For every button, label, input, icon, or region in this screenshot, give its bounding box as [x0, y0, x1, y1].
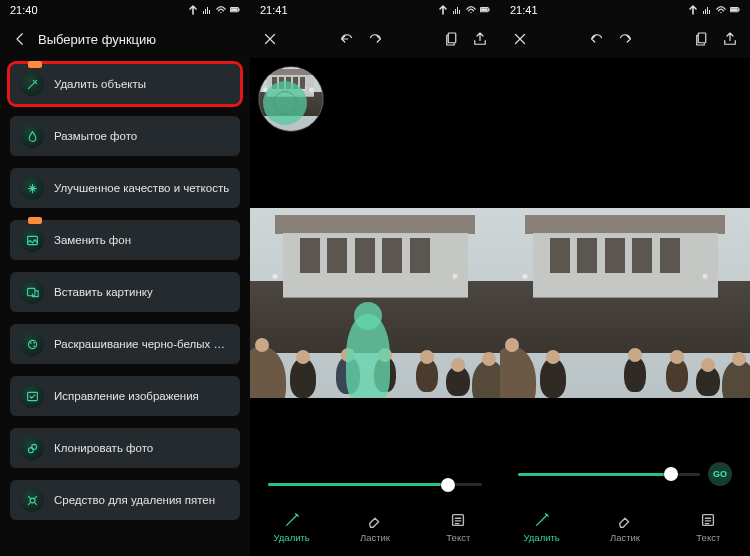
status-system-icons [438, 5, 490, 15]
list-item-fix-image[interactable]: Исправление изображения [10, 376, 240, 416]
status-bar: 21:41 [500, 0, 750, 20]
list-item-clone[interactable]: Клонировать фото [10, 428, 240, 468]
svg-rect-15 [489, 9, 490, 11]
list-item-colorize[interactable]: Раскрашивание черно-белых фотограф [10, 324, 240, 364]
back-icon[interactable] [10, 29, 30, 49]
list-item-blur[interactable]: Размытое фото [10, 116, 240, 156]
tool-label: Удалить [524, 532, 560, 543]
close-icon[interactable] [260, 29, 280, 49]
svg-point-12 [30, 498, 35, 503]
tool-label: Текст [696, 532, 720, 543]
function-select-screen: 21:40 Выберите функцию Удалить объекты Р… [0, 0, 250, 556]
copy-icon[interactable] [692, 29, 712, 49]
list-item-label: Улучшенное качество и четкость [54, 182, 229, 194]
tool-tab-eraser[interactable]: Ластик [345, 511, 405, 543]
tool-tab-remove[interactable]: Удалить [512, 511, 572, 543]
svg-point-7 [33, 342, 35, 344]
copy-icon[interactable] [442, 29, 462, 49]
new-badge-icon [28, 217, 42, 224]
go-label: GO [713, 469, 727, 479]
clone-icon [20, 436, 44, 460]
status-system-icons [188, 5, 240, 15]
svg-point-8 [33, 345, 35, 347]
list-item-spot-removal[interactable]: Средство для удаления пятен [10, 480, 240, 520]
new-badge-icon [28, 61, 42, 68]
editor-header [250, 20, 500, 58]
tool-label: Удалить [274, 532, 310, 543]
status-bar: 21:41 [250, 0, 500, 20]
svg-rect-16 [448, 33, 456, 43]
brush-size-slider[interactable] [268, 483, 482, 486]
list-item-label: Размытое фото [54, 130, 137, 142]
status-system-icons [688, 5, 740, 15]
sparkle-icon [20, 176, 44, 200]
tool-label: Ластик [360, 532, 390, 543]
redo-icon[interactable] [365, 29, 385, 49]
list-item-enhance[interactable]: Улучшенное качество и четкость [10, 168, 240, 208]
tool-label: Ластик [610, 532, 640, 543]
undo-icon[interactable] [337, 29, 357, 49]
editor-screen-masked: 21:41 [250, 0, 500, 556]
tool-label: Текст [446, 532, 470, 543]
tool-tabs: Удалить Ластик Текст [500, 502, 750, 556]
list-item-label: Заменить фон [54, 234, 131, 246]
function-list: Удалить объекты Размытое фото Улучшенное… [0, 58, 250, 526]
svg-rect-9 [27, 392, 37, 400]
wand-icon [20, 72, 44, 96]
insert-image-icon [20, 280, 44, 304]
svg-rect-1 [231, 8, 237, 11]
svg-rect-21 [698, 33, 706, 43]
tool-tab-text[interactable]: Текст [428, 511, 488, 543]
image-icon [20, 228, 44, 252]
redo-icon[interactable] [615, 29, 635, 49]
list-item-label: Раскрашивание черно-белых фотограф [54, 338, 230, 350]
svg-rect-14 [481, 8, 487, 11]
page-title: Выберите функцию [38, 32, 156, 47]
list-item-label: Средство для удаления пятен [54, 494, 215, 506]
editor-photo[interactable] [500, 208, 750, 398]
list-item-replace-bg[interactable]: Заменить фон [10, 220, 240, 260]
slider-thumb-icon[interactable] [441, 478, 455, 492]
status-bar: 21:40 [0, 0, 250, 20]
svg-rect-4 [27, 288, 34, 295]
close-icon[interactable] [510, 29, 530, 49]
go-button[interactable]: GO [708, 462, 732, 486]
brush-size-slider[interactable]: GO [518, 462, 732, 486]
status-time: 21:41 [260, 4, 288, 16]
list-item-remove-objects[interactable]: Удалить объекты [10, 64, 240, 104]
repair-icon [20, 384, 44, 408]
undo-icon[interactable] [587, 29, 607, 49]
slider-thumb-icon[interactable] [664, 467, 678, 481]
droplet-icon [20, 124, 44, 148]
tool-tab-text[interactable]: Текст [678, 511, 738, 543]
status-time: 21:41 [510, 4, 538, 16]
list-item-label: Удалить объекты [54, 78, 146, 90]
tool-tab-eraser[interactable]: Ластик [595, 511, 655, 543]
svg-point-5 [28, 340, 36, 348]
list-item-label: Исправление изображения [54, 390, 199, 402]
editor-canvas-area: GO Удалить Ластик Текст [500, 58, 750, 556]
list-item-insert-image[interactable]: Вставить картинку [10, 272, 240, 312]
svg-rect-19 [731, 8, 737, 11]
svg-point-11 [31, 444, 36, 449]
status-time: 21:40 [10, 4, 38, 16]
brush-preview-thumbnail [258, 66, 324, 132]
left-header: Выберите функцию [0, 20, 250, 58]
selection-mask-icon [346, 314, 390, 398]
editor-canvas-area: Удалить Ластик Текст [250, 58, 500, 556]
svg-point-6 [30, 342, 32, 344]
svg-rect-2 [239, 9, 240, 11]
tool-tab-remove[interactable]: Удалить [262, 511, 322, 543]
heal-icon [20, 488, 44, 512]
share-icon[interactable] [470, 29, 490, 49]
svg-rect-20 [739, 9, 740, 11]
list-item-label: Вставить картинку [54, 286, 153, 298]
editor-header [500, 20, 750, 58]
list-item-label: Клонировать фото [54, 442, 153, 454]
share-icon[interactable] [720, 29, 740, 49]
palette-icon [20, 332, 44, 356]
editor-photo[interactable] [250, 208, 500, 398]
tool-tabs: Удалить Ластик Текст [250, 502, 500, 556]
editor-screen-result: 21:41 [500, 0, 750, 556]
